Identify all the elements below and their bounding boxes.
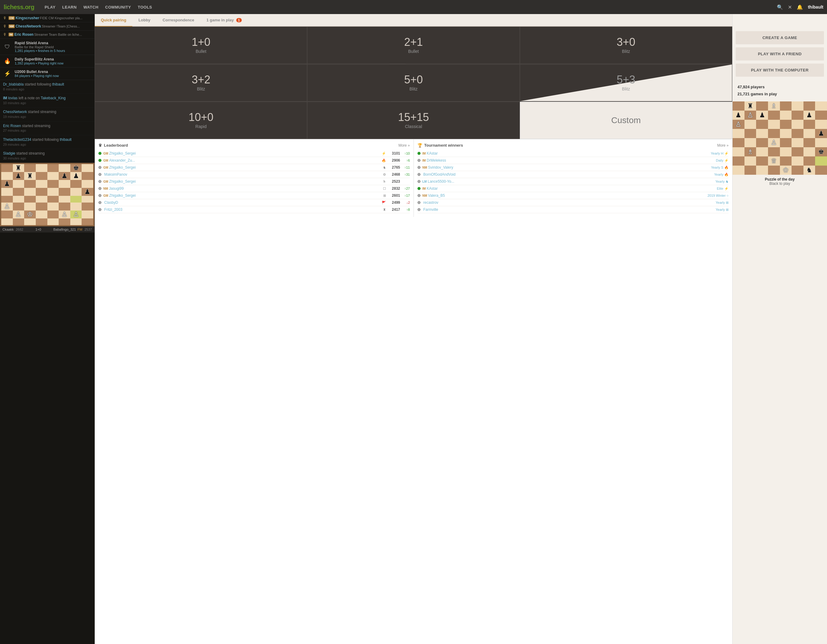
tw-row[interactable]: recastrov Yearly ⊞ <box>417 199 729 206</box>
sq-g7: ♟ <box>70 172 82 180</box>
activity-time: 29 minutes ago <box>3 142 91 147</box>
sq-pb2 <box>744 156 757 165</box>
activity-time: 8 minutes ago <box>3 87 91 92</box>
lb-row[interactable]: GM Alexander_Zu... 🔥 2906 ↑6 <box>98 157 410 164</box>
tw-tournament: Daily ⚡ <box>716 159 729 162</box>
lb-row[interactable]: Fritzi_2003 ♜ 2417 ↑8 <box>98 206 410 213</box>
tournament-card[interactable]: 🔥 Daily SuperBlitz Arena 1,392 players •… <box>0 55 94 67</box>
activity-user[interactable]: ChessNetwork <box>3 110 27 114</box>
pairing-2-2[interactable]: 5+3 Blitz <box>520 64 732 101</box>
tournament-card[interactable]: ⚡ U2000 Bullet Arena 84 players • Playin… <box>0 67 94 80</box>
pairing-3-1[interactable]: 15+15 Classical <box>307 102 520 139</box>
streamer-item[interactable]: 🎙 IM Eric Rosen Streamer Team Battle on … <box>0 31 94 39</box>
nav-watch[interactable]: WATCH <box>80 4 101 11</box>
pairing-time: 2+1 <box>404 37 423 48</box>
sq-b6 <box>13 180 25 188</box>
tab-game-in-play[interactable]: 1 game in play 1 <box>200 14 248 27</box>
nav-tools[interactable]: TOOLS <box>135 4 155 11</box>
tab-correspondence[interactable]: Correspondence <box>156 14 200 27</box>
mini-board-container[interactable]: ♜ ♚ ♟ ♜ ♟ ♟ ♟ <box>0 163 94 232</box>
activity-item: Dr_blablabla started following thibault … <box>0 80 94 94</box>
lb-row[interactable]: GM Zhigalko_Sergei 🖱 2523 <box>98 178 410 185</box>
games-stat: 21,721 games in play <box>738 90 822 97</box>
sq-pd3 <box>768 147 780 156</box>
activity-target[interactable]: Takeback_King <box>41 96 66 100</box>
sq-f1 <box>59 218 70 225</box>
tournament-card[interactable]: 🛡 Rapid Shield Arena Battle for the Rapi… <box>0 39 94 55</box>
search-icon[interactable]: 🔍 <box>777 4 783 10</box>
pairing-type: Bullet <box>408 49 419 54</box>
notification-icon[interactable]: 🔔 <box>797 4 803 10</box>
username[interactable]: thibault <box>808 5 823 9</box>
crown-icon: ♛ <box>98 143 102 148</box>
tw-row[interactable]: BornOfGodAndVoid Yearly 🔥 <box>417 171 729 178</box>
sq-f7: ♟ <box>59 172 70 180</box>
play-computer-button[interactable]: PLAY WITH THE COMPUTER <box>736 64 824 77</box>
sq-f5 <box>59 188 70 196</box>
lb-row[interactable]: GM Zhigalko_Sergei ♞ 2765 ↑11 <box>98 164 410 171</box>
activity-user[interactable]: IM lovlas <box>3 96 17 100</box>
tw-row[interactable]: IM KAstar Elite ⚡ <box>417 185 729 192</box>
puzzle-board-container[interactable]: ♜ ♗ ♟ ♙ ♟ ♟ ♙ <box>733 101 827 188</box>
sq-pf7 <box>791 111 804 120</box>
pairing-type: Bullet <box>196 49 206 54</box>
tw-row[interactable]: IM KAstar Yearly H ⚡ <box>417 150 729 157</box>
logo[interactable]: lichess.org <box>4 4 34 11</box>
lb-row[interactable]: GM Zhigalko_Sergei ⚡ 3101 ↑10 <box>98 150 410 157</box>
lb-game-icon: ⊞ <box>383 194 386 198</box>
sq-g2: ♙ <box>70 211 82 218</box>
sq-pd2: ♕ <box>768 156 780 165</box>
streamer-item[interactable]: 🎙 CM Kingscrusher FIDE CM Kingscrusher p… <box>0 14 94 22</box>
pairing-1-1[interactable]: 2+1 Bullet <box>307 27 520 64</box>
tw-tournament: Yearly 🔥 <box>714 173 729 176</box>
pairing-1-2[interactable]: 3+0 Blitz <box>520 27 732 64</box>
lb-trend: ↑8 <box>400 208 410 211</box>
activity-item: ChessNetwork started streaming 19 minute… <box>0 108 94 121</box>
tournament-winners-more[interactable]: More » <box>717 143 729 148</box>
pairing-2-0[interactable]: 3+2 Blitz <box>95 64 307 101</box>
close-icon[interactable]: ✕ <box>788 4 792 10</box>
tab-lobby[interactable]: Lobby <box>132 14 156 27</box>
nav-play[interactable]: PLAY <box>42 4 58 11</box>
lb-row[interactable]: MaksimPanov ⚙ 2468 ↑31 <box>98 171 410 178</box>
tab-quick-pairing[interactable]: Quick pairing <box>95 14 132 27</box>
tw-row[interactable]: LM Lance5500-Yo... Yearly ♞ <box>417 178 729 185</box>
play-friend-button[interactable]: PLAY WITH A FRIEND <box>736 47 824 61</box>
leaderboard-more[interactable]: More » <box>398 143 410 148</box>
activity-target[interactable]: thibault <box>52 82 64 86</box>
sq-pe2 <box>780 156 792 165</box>
lb-game-icon: ⚙ <box>383 173 386 176</box>
streamer-item[interactable]: 🎙 NM ChessNetwork Streamer !Team [Chess.… <box>0 22 94 31</box>
sq-d2 <box>36 211 47 218</box>
right-spacer <box>733 14 827 28</box>
tournament-info: Rapid Shield Arena Battle for the Rapid … <box>15 41 91 53</box>
sq-g3 <box>70 203 82 211</box>
pairing-1-0[interactable]: 1+0 Bullet <box>95 27 307 64</box>
tw-row[interactable]: NM Sviridov_Valery Yearly S 🔥 <box>417 164 729 171</box>
lb-row[interactable]: NM Jasugi99 ☐ 2832 ↑27 <box>98 185 410 192</box>
tw-row[interactable]: Farmville Yearly ⊞ <box>417 206 729 213</box>
lb-row[interactable]: GM Zhigalko_Sergei ⊞ 2601 ↑17 <box>98 192 410 199</box>
tw-online <box>417 194 421 197</box>
create-game-button[interactable]: CREATE A GAME <box>736 31 824 44</box>
activity-target[interactable]: thibault <box>59 137 72 142</box>
pairing-3-0[interactable]: 10+0 Rapid <box>95 102 307 139</box>
activity-user[interactable]: Sladgie <box>3 151 15 156</box>
tw-online <box>417 187 421 190</box>
activity-user[interactable]: Thetacticbot1234 <box>3 137 31 142</box>
sq-a5 <box>1 188 13 196</box>
sq-pa4 <box>733 138 744 147</box>
lb-trend: ↑27 <box>400 187 410 190</box>
pairing-custom[interactable]: Custom <box>520 102 732 139</box>
tw-row[interactable]: NM Valera_B5 2019 Winter ○ <box>417 192 729 199</box>
activity-user[interactable]: Eric Rosen <box>3 124 21 128</box>
pairing-2-1[interactable]: 5+0 Blitz <box>307 64 520 101</box>
activity-user[interactable]: Dr_blablabla <box>3 82 23 86</box>
lb-row[interactable]: ClasbyD 🚩 2499 ↓2 <box>98 199 410 206</box>
nav-learn[interactable]: LEARN <box>59 4 80 11</box>
tournament-name: Rapid Shield Arena <box>15 41 91 45</box>
sq-ph4 <box>815 138 827 147</box>
nav-community[interactable]: COMMUNITY <box>102 4 134 11</box>
tw-row[interactable]: IM DrMelekess Daily ⚡ <box>417 157 729 164</box>
sq-pc5 <box>756 129 768 138</box>
